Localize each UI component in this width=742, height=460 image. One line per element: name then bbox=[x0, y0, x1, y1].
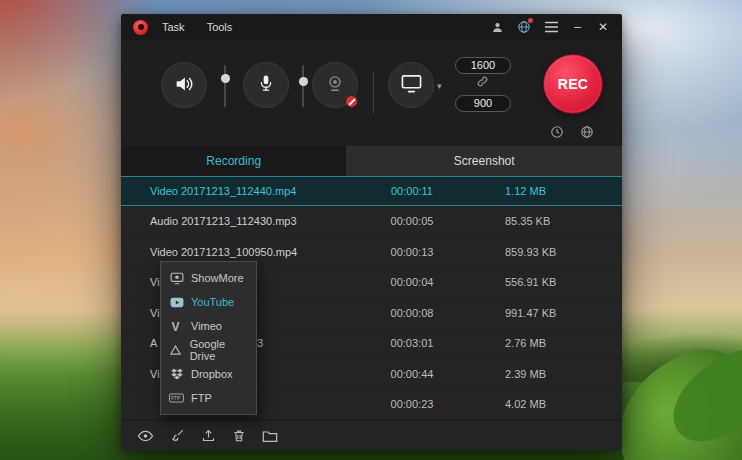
width-input[interactable]: 1600 bbox=[455, 57, 511, 74]
minimize-button[interactable]: – bbox=[572, 21, 583, 33]
capture-toolbar: ▾ 1600 900 REC bbox=[121, 40, 622, 146]
desktop: { "window": { "titlebar": { "menus": [ {… bbox=[0, 0, 742, 460]
file-duration: 00:00:08 bbox=[352, 307, 472, 319]
upload-icon[interactable] bbox=[201, 428, 216, 443]
screen-recorder-window: Task Tools – ✕ bbox=[121, 14, 622, 450]
file-size: 556.91 KB bbox=[472, 276, 622, 288]
share-menu: ShowMore YouTube V Vimeo Google Drive Dr… bbox=[160, 261, 257, 415]
svg-text:V: V bbox=[172, 320, 180, 333]
monitor-icon bbox=[400, 73, 423, 97]
titlebar[interactable]: Task Tools – ✕ bbox=[121, 14, 622, 40]
microphone-volume-slider[interactable] bbox=[302, 65, 304, 107]
file-size: 1.12 MB bbox=[472, 185, 622, 197]
menu-item-label: FTP bbox=[191, 392, 212, 404]
showmore-icon bbox=[169, 272, 184, 285]
ftp-icon: FTP bbox=[169, 392, 184, 404]
menu-task[interactable]: Task bbox=[162, 21, 185, 33]
language-globe-icon[interactable] bbox=[580, 125, 594, 139]
webcam-icon bbox=[325, 74, 345, 97]
display-select-button[interactable] bbox=[388, 62, 434, 108]
microphone-slider-knob[interactable] bbox=[299, 77, 308, 86]
file-name-fragment: 3 bbox=[257, 337, 263, 349]
rec-button[interactable]: REC bbox=[543, 54, 603, 114]
app-logo-icon bbox=[133, 20, 148, 35]
file-size: 4.02 MB bbox=[472, 398, 622, 410]
brush-icon[interactable] bbox=[170, 428, 185, 443]
height-input[interactable]: 900 bbox=[455, 95, 511, 112]
microphone-icon bbox=[256, 73, 276, 97]
tab-recording[interactable]: Recording bbox=[121, 146, 346, 176]
menu-tools[interactable]: Tools bbox=[207, 21, 233, 33]
file-duration: 00:00:13 bbox=[352, 246, 472, 258]
clock-icon[interactable] bbox=[550, 125, 564, 139]
file-size: 85.35 KB bbox=[472, 215, 622, 227]
file-size: 2.39 MB bbox=[472, 368, 622, 380]
menu-item-dropbox[interactable]: Dropbox bbox=[161, 362, 256, 386]
file-duration: 00:00:44 bbox=[352, 368, 472, 380]
file-duration: 00:00:05 bbox=[352, 215, 472, 227]
file-name: Audio 20171213_112430.mp3 bbox=[121, 215, 352, 227]
menu-item-label: Vimeo bbox=[191, 320, 222, 332]
microphone-button[interactable] bbox=[243, 62, 289, 108]
webcam-disabled-badge bbox=[345, 95, 358, 108]
menu-item-ftp[interactable]: FTP FTP bbox=[161, 386, 256, 410]
file-size: 859.93 KB bbox=[472, 246, 622, 258]
menu-item-label: ShowMore bbox=[191, 272, 244, 284]
footer-toolbar bbox=[121, 420, 622, 450]
menu-item-label: YouTube bbox=[191, 296, 234, 308]
speaker-icon bbox=[173, 73, 195, 98]
google-drive-icon bbox=[169, 344, 183, 356]
menu-item-youtube[interactable]: YouTube bbox=[161, 290, 256, 314]
file-name: Video 20171213_112440.mp4 bbox=[121, 185, 352, 197]
user-icon[interactable] bbox=[491, 21, 504, 34]
dropbox-icon bbox=[169, 368, 184, 381]
menu-item-label: Google Drive bbox=[190, 338, 248, 362]
chevron-down-icon[interactable]: ▾ bbox=[437, 81, 442, 91]
toolbar-divider bbox=[373, 72, 374, 114]
file-size: 2.76 MB bbox=[472, 337, 622, 349]
folder-icon[interactable] bbox=[262, 429, 278, 443]
file-duration: 00:03:01 bbox=[352, 337, 472, 349]
menu-item-vimeo[interactable]: V Vimeo bbox=[161, 314, 256, 338]
trash-icon[interactable] bbox=[232, 428, 246, 443]
file-duration: 00:00:23 bbox=[352, 398, 472, 410]
list-item[interactable]: Audio 20171213_112430.mp3 00:00:05 85.35… bbox=[121, 207, 622, 238]
file-name: Video 20171213_100950.mp4 bbox=[121, 246, 352, 258]
menu-item-label: Dropbox bbox=[191, 368, 233, 380]
speaker-volume-slider[interactable] bbox=[224, 65, 226, 107]
file-duration: 00:00:04 bbox=[352, 276, 472, 288]
tab-screenshot[interactable]: Screenshot bbox=[346, 146, 622, 176]
vimeo-icon: V bbox=[169, 320, 184, 333]
globe-icon[interactable] bbox=[517, 20, 531, 34]
speaker-button[interactable] bbox=[161, 62, 207, 108]
speaker-slider-knob[interactable] bbox=[221, 74, 230, 83]
svg-text:FTP: FTP bbox=[171, 396, 180, 401]
menu-item-google-drive[interactable]: Google Drive bbox=[161, 338, 256, 362]
eye-icon[interactable] bbox=[137, 429, 154, 443]
close-button[interactable]: ✕ bbox=[596, 21, 610, 33]
tab-bar: Recording Screenshot bbox=[121, 146, 622, 176]
youtube-icon bbox=[169, 297, 184, 308]
menu-item-showmore[interactable]: ShowMore bbox=[161, 266, 256, 290]
hamburger-menu-icon[interactable] bbox=[544, 21, 559, 33]
link-aspect-icon[interactable] bbox=[476, 75, 489, 88]
file-size: 991.47 KB bbox=[472, 307, 622, 319]
list-item[interactable]: Video 20171213_112440.mp4 00:00:11 1.12 … bbox=[121, 176, 622, 207]
file-duration: 00:00:11 bbox=[352, 185, 472, 197]
notification-dot bbox=[528, 18, 533, 23]
